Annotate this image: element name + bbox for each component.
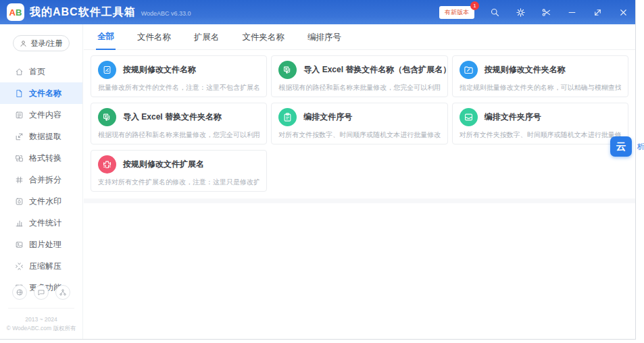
tab-numbering[interactable]: 编排序号 bbox=[306, 25, 343, 49]
convert-icon bbox=[15, 154, 24, 163]
document-lines-icon bbox=[15, 111, 24, 120]
card-number-folders[interactable]: 编排文件夹序号 对所有文件夹按数字、时间顺序或随机文本进行批量修改，如果您的规则 bbox=[452, 103, 628, 144]
image-icon bbox=[15, 240, 24, 249]
titlebar: AB 我的ABC软件工具箱 WodeABC v6.33.0 有新版本 1 bbox=[0, 0, 635, 24]
sidebar-item-watermark[interactable]: 文件水印 bbox=[0, 190, 82, 212]
card-description: 对所有文件按数字、时间顺序或随机文本进行批量修改，如果您的规则不 bbox=[278, 130, 440, 140]
sidebar-nav: 首页 文件名称 文件内容 数据提取 格式转换 合并拆分 bbox=[0, 61, 82, 298]
excel-swap-icon bbox=[98, 108, 116, 126]
bar-chart-icon bbox=[15, 219, 24, 228]
gear-icon[interactable] bbox=[515, 7, 526, 18]
sidebar-item-image-processing[interactable]: 图片处理 bbox=[0, 234, 82, 255]
tray-icon bbox=[460, 108, 478, 126]
share-icon[interactable] bbox=[55, 285, 70, 300]
card-rename-folder[interactable]: 按规则修改文件夹名称 指定规则批量修改文件夹的名称，可以精确与模糊查找替换 bbox=[452, 55, 628, 97]
card-description: 指定规则批量修改文件夹的名称，可以精确与模糊查找替换 bbox=[460, 83, 621, 93]
sidebar-item-label: 首页 bbox=[29, 66, 45, 78]
scissors-icon[interactable] bbox=[541, 7, 551, 18]
logo-letter-b: B bbox=[16, 7, 22, 18]
app-window: AB 我的ABC软件工具箱 WodeABC v6.33.0 有新版本 1 bbox=[0, 0, 636, 340]
sidebar-item-data-extract[interactable]: 数据提取 bbox=[0, 126, 82, 147]
card-number-files[interactable]: 编排文件序号 对所有文件按数字、时间顺序或随机文本进行批量修改，如果您的规则不 bbox=[271, 103, 447, 144]
floating-cloud-widget: 云 析 bbox=[610, 136, 644, 157]
sidebar: 登录/注册 首页 文件名称 文件内容 数据提取 格式转换 bbox=[0, 24, 83, 339]
divider bbox=[8, 308, 74, 309]
sidebar-item-format-convert[interactable]: 格式转换 bbox=[0, 147, 82, 169]
card-description: 批量修改所有文件的文件名，注意：这里不包含扩展名 bbox=[98, 83, 259, 93]
search-icon[interactable] bbox=[489, 7, 500, 18]
compress-icon bbox=[15, 262, 24, 271]
puzzle-icon bbox=[98, 155, 116, 174]
card-title: 按规则修改文件夹名称 bbox=[485, 64, 566, 76]
minimize-icon[interactable] bbox=[566, 7, 577, 18]
copyright-owner: © WodeABC.com 版权所有 bbox=[0, 324, 82, 334]
sidebar-item-file-content[interactable]: 文件内容 bbox=[0, 104, 82, 126]
sidebar-item-home[interactable]: 首页 bbox=[0, 61, 82, 82]
chat-icon[interactable] bbox=[34, 285, 49, 300]
new-version-button[interactable]: 有新版本 1 bbox=[439, 6, 474, 19]
login-register-label: 登录/注册 bbox=[30, 38, 62, 49]
cloud-tool-button[interactable]: 云 bbox=[610, 136, 632, 157]
sidebar-item-label: 合并拆分 bbox=[29, 174, 61, 186]
sidebar-item-label: 文件内容 bbox=[29, 109, 61, 121]
tab-extension[interactable]: 扩展名 bbox=[193, 25, 221, 49]
logo-letter-a: A bbox=[9, 7, 16, 18]
card-title: 按规则修改文件扩展名 bbox=[123, 159, 204, 170]
maximize-icon[interactable] bbox=[592, 7, 603, 18]
sidebar-item-label: 格式转换 bbox=[29, 153, 61, 164]
tab-file-name[interactable]: 文件名称 bbox=[136, 25, 172, 49]
card-description: 根据现有的路径和新名称来批量修改，您完全可以利用 Excel 强大的功能 bbox=[278, 83, 440, 93]
notification-badge: 1 bbox=[470, 1, 479, 10]
copyright-years: 2013 ~ 2024 bbox=[0, 315, 82, 325]
merge-split-icon bbox=[15, 176, 24, 184]
card-title: 编排文件夹序号 bbox=[485, 111, 541, 123]
new-version-label: 有新版本 bbox=[445, 9, 469, 16]
sidebar-item-label: 压缩解压 bbox=[29, 261, 61, 272]
card-description: 对所有文件夹按数字、时间顺序或随机文本进行批量修改，如果您的规则 bbox=[460, 130, 621, 140]
card-title: 按规则修改文件名称 bbox=[123, 64, 196, 76]
card-description: 根据现有的路径和新名称来批量修改，您完全可以利用 Excel 强大的功能 bbox=[98, 130, 259, 140]
close-icon[interactable] bbox=[618, 7, 628, 18]
card-title: 导入 Excel 替换文件名称（包含扩展名） bbox=[303, 64, 447, 76]
card-rename-file[interactable]: 按规则修改文件名称 批量修改所有文件的文件名，注意：这里不包含扩展名 bbox=[91, 55, 267, 97]
excel-swap-icon bbox=[278, 61, 297, 79]
login-register-button[interactable]: 登录/注册 bbox=[13, 35, 70, 51]
card-title: 编排文件序号 bbox=[303, 111, 352, 123]
extract-icon bbox=[15, 132, 24, 141]
person-icon bbox=[20, 40, 27, 47]
browser-icon[interactable] bbox=[12, 285, 27, 300]
card-change-extension[interactable]: 按规则修改文件扩展名 支持对所有文件扩展名的修改，注意：这里只是修改扩展名，【不… bbox=[91, 150, 267, 192]
sidebar-item-label: 文件名称 bbox=[29, 88, 61, 99]
watermark-icon bbox=[15, 197, 24, 206]
sidebar-item-compress[interactable]: 压缩解压 bbox=[0, 255, 82, 277]
card-title: 导入 Excel 替换文件夹名称 bbox=[123, 111, 222, 123]
sidebar-item-label: 图片处理 bbox=[29, 239, 61, 250]
app-logo: AB bbox=[7, 3, 24, 21]
file-icon bbox=[15, 89, 24, 98]
category-tabs: 全部 文件名称 扩展名 文件夹名称 编排序号 bbox=[84, 24, 635, 50]
tab-all[interactable]: 全部 bbox=[96, 24, 116, 50]
card-excel-rename-folder[interactable]: 导入 Excel 替换文件夹名称 根据现有的路径和新名称来批量修改，您完全可以利… bbox=[91, 103, 267, 144]
sidebar-item-file-name[interactable]: 文件名称 bbox=[0, 82, 82, 104]
tab-folder-name[interactable]: 文件夹名称 bbox=[241, 25, 287, 49]
sidebar-item-statistics[interactable]: 文件统计 bbox=[0, 212, 82, 234]
sidebar-footer: 2013 ~ 2024 © WodeABC.com 版权所有 bbox=[0, 285, 82, 334]
edit-file-icon bbox=[98, 61, 116, 79]
card-description: 支持对所有文件扩展名的修改，注意：这里只是修改扩展名，【不是】文 bbox=[98, 178, 259, 187]
card-excel-rename-file[interactable]: 导入 Excel 替换文件名称（包含扩展名） 根据现有的路径和新名称来批量修改，… bbox=[271, 55, 447, 97]
folder-edit-icon bbox=[460, 61, 478, 79]
sidebar-item-label: 数据提取 bbox=[29, 131, 61, 142]
section-divider bbox=[84, 199, 635, 203]
sidebar-item-label: 文件统计 bbox=[29, 217, 61, 229]
main-content: 全部 文件名称 扩展名 文件夹名称 编排序号 按规则修改文件名称 批量修改所有文… bbox=[84, 24, 635, 339]
app-version: WodeABC v6.33.0 bbox=[141, 10, 191, 17]
sidebar-item-label: 文件水印 bbox=[29, 196, 61, 207]
app-title: 我的ABC软件工具箱 bbox=[30, 5, 136, 20]
tool-card-grid: 按规则修改文件名称 批量修改所有文件的文件名，注意：这里不包含扩展名 导入 Ex… bbox=[84, 50, 635, 197]
home-icon bbox=[15, 68, 24, 76]
sidebar-item-merge-split[interactable]: 合并拆分 bbox=[0, 169, 82, 190]
clipboard-number-icon bbox=[278, 108, 297, 126]
copyright: 2013 ~ 2024 © WodeABC.com 版权所有 bbox=[0, 315, 82, 334]
cloud-tool-partial-label: 析 bbox=[637, 142, 644, 152]
